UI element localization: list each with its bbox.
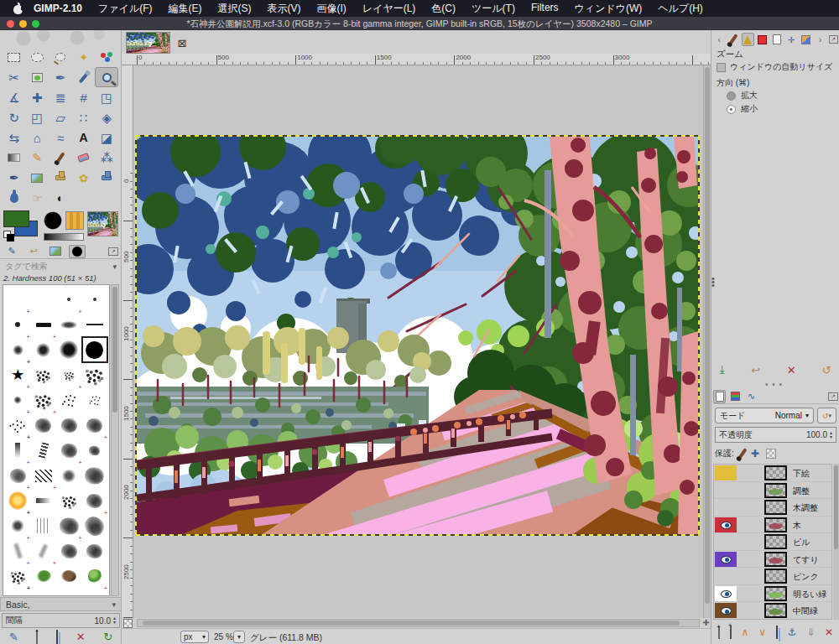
opacity-slider[interactable]: 不透明度 100.0 ▴▾ — [715, 427, 836, 443]
default-colors-icon[interactable] — [3, 231, 11, 238]
layer-tag-swatch[interactable] — [715, 500, 737, 515]
brush-cell-bar[interactable] — [31, 312, 57, 337]
brush-cell-dots[interactable] — [82, 387, 108, 413]
menu-item[interactable]: ウィンドウ(W) — [575, 2, 643, 16]
new-group-button[interactable]: + — [730, 626, 732, 638]
brush-cell-moss[interactable] — [5, 564, 31, 589]
brush-cell-tex-burst[interactable] — [82, 538, 108, 564]
menu-item[interactable]: 選択(S) — [217, 2, 251, 16]
menu-item[interactable]: 編集(E) — [168, 2, 201, 16]
layer-name[interactable]: 下絵 — [793, 468, 810, 480]
radio-icon[interactable] — [727, 91, 736, 101]
lock-pixels-icon[interactable] — [737, 448, 747, 460]
tab-paths-icon[interactable]: ∿ — [745, 390, 758, 403]
tool-blur-sharpen[interactable] — [3, 188, 26, 208]
layer-visibility-eye-icon[interactable] — [721, 522, 732, 529]
foreground-color-swatch[interactable] — [3, 210, 29, 227]
menu-item[interactable]: レイヤー(L) — [362, 2, 416, 16]
brush-cell-soft-l[interactable] — [56, 337, 82, 362]
brush-spacing-spinner[interactable]: 間隔 10.0 ▴▾ — [2, 613, 120, 628]
quick-mask-toggle[interactable] — [123, 619, 133, 628]
brush-cell-soft-m2[interactable] — [5, 513, 31, 538]
active-pattern-indicator[interactable] — [65, 211, 84, 230]
spinner-arrows-icon[interactable]: ▴▾ — [830, 431, 832, 439]
canvas-horizontal-scrollbar[interactable] — [137, 619, 700, 627]
lock-position-icon[interactable]: ✚ — [751, 448, 759, 460]
brush-cell-soft-s[interactable] — [5, 337, 31, 362]
tool-3d-transform[interactable]: ◈ — [95, 107, 118, 127]
brush-cell-soft-xs[interactable] — [5, 387, 31, 413]
brush-cell-dot-s[interactable] — [5, 312, 31, 337]
tab-alignment-icon[interactable]: ✛ — [785, 33, 797, 46]
menu-item[interactable]: ヘルプ(H) — [658, 2, 703, 16]
anchor-layer-button[interactable]: ⚓ — [788, 626, 797, 638]
layer-thumbnail[interactable] — [764, 603, 787, 618]
menu-item[interactable]: Filters — [531, 2, 559, 16]
brush-cell-tex-round[interactable] — [56, 413, 82, 438]
tool-rotate[interactable]: ↻ — [3, 107, 26, 127]
tool-scale[interactable]: ◰ — [26, 107, 50, 127]
brush-cell-thin-line[interactable] — [82, 312, 108, 337]
delete-brush-button[interactable]: ✕ — [76, 631, 86, 643]
tab-images[interactable] — [47, 245, 64, 258]
layer-name[interactable]: 中間緑 — [793, 605, 818, 617]
tool-gradient[interactable] — [3, 148, 26, 168]
layer-name[interactable]: ビル — [793, 537, 810, 548]
raise-layer-button[interactable]: ∧ — [742, 626, 749, 638]
layer-tag-swatch[interactable] — [715, 603, 737, 618]
layer-tag-swatch[interactable] — [715, 534, 737, 549]
image-tab-thumbnail[interactable] — [126, 32, 170, 54]
auto-resize-checkbox-row[interactable]: ウィンドウの自動リサイズ — [717, 61, 832, 73]
brush-cell-soft-m[interactable] — [31, 337, 57, 362]
tool-mypaint-brush[interactable] — [26, 168, 50, 188]
layer-name[interactable]: てすり — [793, 554, 819, 566]
radio-zoom-in[interactable]: 拡大 — [727, 90, 758, 101]
tool-scissors-select[interactable]: ✂ — [3, 67, 26, 87]
detach-dock-icon[interactable]: ↗ — [829, 35, 838, 44]
tab-color-swatch-icon[interactable] — [757, 33, 769, 46]
tool-warp-transform[interactable]: ≈ — [49, 127, 72, 148]
radio-zoom-out[interactable]: 縮小 — [727, 103, 758, 115]
reset-tool-options-button[interactable]: ↺ — [822, 364, 831, 377]
brush-cell-dots2[interactable] — [5, 413, 31, 438]
brush-cell-soft-ellipse[interactable] — [56, 312, 82, 337]
tool-paths[interactable]: ✒ — [49, 67, 72, 87]
tool-text[interactable]: A — [72, 127, 96, 148]
tool-free-select[interactable] — [49, 47, 72, 67]
layer-name[interactable]: ピンク — [793, 571, 819, 583]
detach-dock-icon[interactable]: ↗ — [828, 392, 838, 401]
spinner-arrows-icon[interactable]: ▴▾ — [113, 616, 116, 625]
tool-foreground-select[interactable] — [26, 67, 50, 87]
brush-cell-critter[interactable] — [56, 564, 82, 589]
tool-flip[interactable]: ⇆ — [3, 127, 26, 148]
layer-thumbnail[interactable] — [764, 483, 787, 498]
layer-tag-swatch[interactable] — [715, 569, 737, 584]
brush-cell-hard-round-sel[interactable] — [82, 337, 108, 362]
brush-preset-dropdown[interactable]: Basic, ▾ — [0, 597, 122, 611]
brush-cell-grass[interactable] — [31, 564, 57, 589]
tool-select-by-color[interactable] — [95, 47, 118, 67]
tool-pencil[interactable]: ✎ — [26, 148, 50, 168]
layer-row[interactable]: 下絵 — [714, 465, 831, 482]
tool-heal[interactable]: ✿ — [72, 168, 96, 188]
merge-layer-button[interactable]: ⇓ — [806, 626, 815, 638]
tab-pattern-icon[interactable] — [800, 33, 811, 46]
brush-cell-tex-m[interactable] — [31, 413, 57, 438]
tool-dodge-burn[interactable]: ◐ — [49, 188, 72, 208]
tab-brushes[interactable] — [69, 245, 86, 258]
tool-perspective-clone[interactable] — [95, 168, 118, 188]
brush-search-row[interactable]: タグで検索 ▾ — [0, 260, 122, 273]
active-brush-indicator[interactable] — [44, 211, 62, 230]
tool-rectangle-select[interactable] — [3, 47, 26, 67]
layer-visibility-eye-icon[interactable] — [721, 556, 732, 564]
tab-document-icon[interactable] — [771, 33, 783, 46]
tab-undo-history[interactable]: ↩ — [25, 245, 42, 258]
brush-cell-glow[interactable] — [5, 488, 31, 513]
layer-tag-swatch[interactable] — [715, 517, 737, 532]
restore-preset-button[interactable]: ↩ — [751, 364, 760, 377]
brush-cell-tex-l[interactable] — [82, 463, 108, 488]
brush-cell-dot-xs[interactable] — [82, 287, 108, 312]
layer-tag-swatch[interactable] — [715, 586, 737, 601]
zoom-dropdown[interactable]: ▾ — [233, 631, 245, 643]
tab-paintbrush-icon[interactable] — [727, 33, 739, 46]
